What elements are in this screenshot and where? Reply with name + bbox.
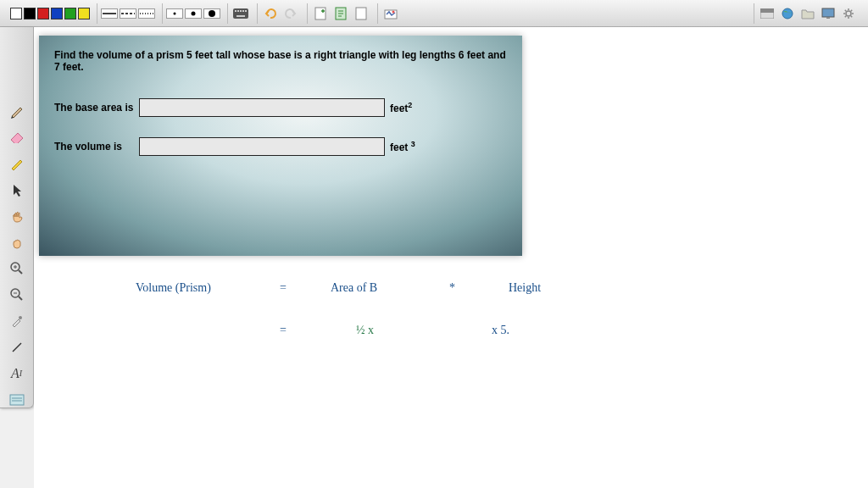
highlighter-tool-icon[interactable] bbox=[5, 156, 29, 172]
svg-rect-11 bbox=[245, 10, 247, 12]
whiteboard-canvas[interactable]: Find the volume of a prism 5 feet tall w… bbox=[34, 27, 868, 488]
svg-rect-19 bbox=[760, 8, 774, 13]
svg-rect-21 bbox=[822, 8, 834, 17]
tool-sidebar: AI bbox=[0, 27, 34, 408]
dot-size-group bbox=[162, 3, 224, 24]
keyboard-icon[interactable] bbox=[231, 4, 250, 23]
color-blue[interactable] bbox=[51, 8, 63, 19]
handwriting-equals-1: = bbox=[280, 281, 287, 295]
volume-input[interactable] bbox=[139, 137, 385, 156]
handwriting-half: ½ x bbox=[356, 324, 374, 337]
page-group bbox=[307, 3, 374, 24]
svg-point-3 bbox=[174, 12, 176, 14]
screen-shade-icon[interactable] bbox=[758, 4, 776, 23]
right-tools-group bbox=[754, 3, 861, 24]
properties-tool-icon[interactable] bbox=[5, 391, 29, 408]
handwriting-height: Height bbox=[509, 281, 541, 295]
svg-rect-7 bbox=[235, 10, 236, 12]
handwriting-volume: Volume (Prism) bbox=[136, 281, 211, 295]
gear-icon[interactable] bbox=[839, 4, 858, 23]
open-page-icon[interactable] bbox=[331, 4, 350, 23]
line-solid[interactable] bbox=[101, 8, 118, 19]
undo-redo-group bbox=[257, 3, 303, 24]
line-dashed[interactable] bbox=[120, 8, 136, 19]
svg-point-23 bbox=[846, 11, 851, 16]
base-area-input[interactable] bbox=[139, 98, 385, 117]
base-area-unit: feet2 bbox=[390, 101, 412, 114]
text-tool-icon[interactable]: AI bbox=[5, 365, 29, 381]
hand-open-tool-icon[interactable] bbox=[5, 208, 29, 225]
svg-point-4 bbox=[192, 11, 196, 15]
dot-medium[interactable] bbox=[185, 8, 202, 19]
blank-page-icon[interactable] bbox=[352, 4, 370, 23]
volume-label: The volume is bbox=[54, 141, 139, 152]
keyboard-group bbox=[227, 3, 253, 24]
zoom-in-icon[interactable] bbox=[5, 261, 29, 277]
line-dotted[interactable] bbox=[138, 8, 155, 19]
color-green[interactable] bbox=[64, 8, 76, 19]
svg-rect-22 bbox=[826, 17, 830, 19]
zoom-out-icon[interactable] bbox=[5, 286, 29, 302]
line-style-group bbox=[97, 3, 159, 24]
handwriting-equals-2: = bbox=[280, 324, 287, 337]
handwriting-area-b: Area of B bbox=[331, 281, 377, 295]
color-black[interactable] bbox=[24, 8, 36, 19]
hand-grab-tool-icon[interactable] bbox=[5, 235, 29, 251]
folder-icon[interactable] bbox=[798, 4, 817, 23]
svg-line-27 bbox=[13, 343, 21, 352]
new-page-icon[interactable] bbox=[311, 4, 330, 23]
color-white[interactable] bbox=[10, 8, 22, 19]
handwriting-star: * bbox=[449, 281, 455, 295]
svg-point-5 bbox=[209, 10, 215, 17]
color-yellow[interactable] bbox=[78, 8, 90, 19]
svg-point-20 bbox=[782, 8, 793, 19]
svg-rect-10 bbox=[242, 10, 244, 12]
svg-point-26 bbox=[19, 316, 22, 319]
pointer-tool-icon[interactable] bbox=[5, 182, 29, 198]
undo-icon[interactable] bbox=[261, 4, 280, 23]
svg-point-17 bbox=[392, 10, 395, 13]
base-area-row: The base area is feet2 bbox=[54, 98, 507, 117]
svg-rect-8 bbox=[237, 10, 239, 12]
color-red[interactable] bbox=[37, 8, 49, 19]
handwriting-times-5: x 5. bbox=[492, 324, 509, 337]
svg-rect-12 bbox=[236, 15, 245, 17]
globe-icon[interactable] bbox=[778, 4, 797, 23]
svg-rect-28 bbox=[10, 395, 24, 405]
dot-large[interactable] bbox=[203, 8, 220, 19]
capture-group bbox=[377, 3, 403, 24]
monitor-icon[interactable] bbox=[819, 4, 837, 23]
top-toolbar bbox=[0, 0, 868, 27]
dropper-tool-icon[interactable] bbox=[5, 313, 29, 329]
svg-rect-15 bbox=[356, 8, 366, 19]
dot-small[interactable] bbox=[166, 8, 183, 19]
volume-row: The volume is feet 3 bbox=[54, 137, 507, 156]
volume-unit: feet 3 bbox=[390, 140, 415, 153]
problem-question-text: Find the volume of a prism 5 feet tall w… bbox=[54, 49, 507, 73]
capture-icon[interactable] bbox=[381, 4, 400, 23]
color-palette-group bbox=[7, 3, 93, 24]
problem-screenshot: Find the volume of a prism 5 feet tall w… bbox=[39, 36, 522, 256]
svg-rect-13 bbox=[315, 8, 326, 19]
svg-rect-6 bbox=[233, 8, 248, 19]
base-area-label: The base area is bbox=[54, 102, 139, 114]
redo-icon[interactable] bbox=[281, 4, 300, 23]
eraser-tool-icon[interactable] bbox=[5, 130, 29, 146]
svg-rect-9 bbox=[240, 10, 242, 12]
line-tool-icon[interactable] bbox=[5, 339, 29, 355]
pen-tool-icon[interactable] bbox=[5, 103, 29, 119]
